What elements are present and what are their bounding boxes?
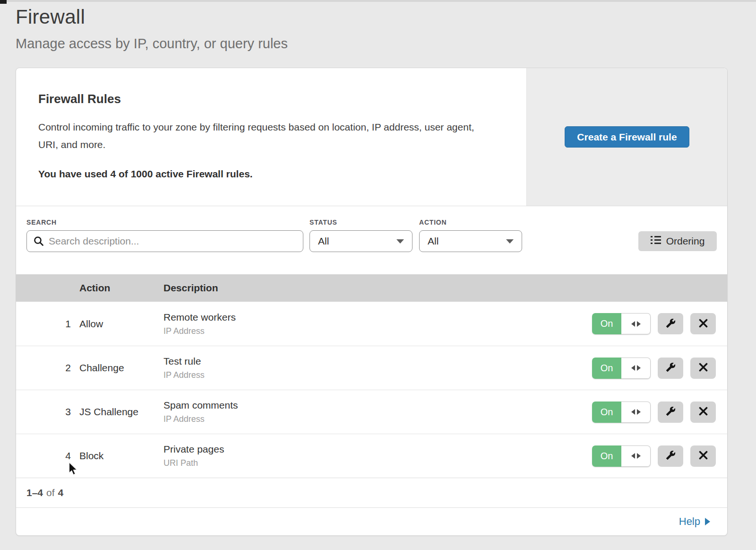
firewall-rules-card: Firewall Rules Control incoming traffic … xyxy=(16,68,728,536)
rule-priority: 3 xyxy=(16,406,79,418)
rule-enabled-toggle[interactable]: On xyxy=(592,402,651,423)
pagination-total: 4 xyxy=(58,487,64,498)
arrow-right-icon xyxy=(637,321,641,327)
rule-description: Test rule xyxy=(163,356,576,367)
toggle-on-label: On xyxy=(592,402,621,423)
rule-description: Private pages xyxy=(163,444,576,455)
rule-enabled-toggle[interactable]: On xyxy=(592,313,651,334)
rule-priority: 2 xyxy=(16,362,79,374)
rule-controls: On xyxy=(576,313,727,334)
rule-enabled-toggle[interactable]: On xyxy=(592,358,651,379)
help-arrow-icon xyxy=(705,518,710,525)
pagination-of: of xyxy=(46,487,55,498)
table-row: 3 JS Challenge Spam comments IP Address … xyxy=(16,390,727,434)
rule-match-type: IP Address xyxy=(163,370,576,380)
rule-action: Challenge xyxy=(79,362,163,374)
edit-rule-button[interactable] xyxy=(658,313,683,334)
arrow-left-icon xyxy=(631,409,635,415)
toggle-on-label: On xyxy=(592,445,621,467)
toggle-handle[interactable] xyxy=(621,402,651,423)
rule-priority: 4 xyxy=(16,450,79,462)
delete-rule-button[interactable] xyxy=(690,313,716,334)
ordering-button[interactable]: Ordering xyxy=(638,231,717,251)
wrench-icon xyxy=(666,406,676,418)
page-subtitle: Manage access by IP, country, or query r… xyxy=(16,36,756,52)
arrow-right-icon xyxy=(637,365,641,371)
edit-rule-button[interactable] xyxy=(658,445,683,467)
wrench-icon xyxy=(666,318,676,330)
status-filter-field: STATUS All xyxy=(309,218,412,252)
close-icon xyxy=(699,407,708,417)
toggle-handle[interactable] xyxy=(621,313,651,334)
chevron-down-icon xyxy=(506,239,514,244)
action-column-header: Action xyxy=(79,282,163,294)
arrow-right-icon xyxy=(637,409,641,415)
hero-aside-panel: Create a Firewall rule xyxy=(526,68,727,206)
arrow-right-icon xyxy=(637,453,641,459)
rule-action: Allow xyxy=(79,318,163,330)
search-icon xyxy=(34,236,44,246)
action-selected-value: All xyxy=(428,236,438,247)
arrow-left-icon xyxy=(631,365,635,371)
ordering-button-label: Ordering xyxy=(666,236,705,247)
pagination-bar: 1–4 of 4 xyxy=(16,478,727,507)
status-selected-value: All xyxy=(318,236,329,247)
create-firewall-rule-button[interactable]: Create a Firewall rule xyxy=(565,126,689,148)
rule-description-cell: Private pages URI Path xyxy=(163,444,576,468)
help-link[interactable]: Help xyxy=(679,515,710,528)
rule-description: Remote workers xyxy=(163,312,576,323)
chevron-down-icon xyxy=(396,239,404,244)
arrow-left-icon xyxy=(631,321,635,327)
wrench-icon xyxy=(666,362,676,374)
table-row: 1 Allow Remote workers IP Address On xyxy=(16,302,727,346)
filters-bar: SEARCH STATUS All ACTION All xyxy=(16,206,727,274)
toggle-on-label: On xyxy=(592,358,621,379)
toggle-handle[interactable] xyxy=(621,358,651,379)
rule-description: Spam comments xyxy=(163,400,576,411)
rule-action: Block xyxy=(79,450,163,462)
hero-title: Firewall Rules xyxy=(38,92,498,106)
edit-rule-button[interactable] xyxy=(658,358,683,379)
edit-rule-button[interactable] xyxy=(658,402,683,423)
help-bar: Help xyxy=(16,507,727,535)
action-filter-field: ACTION All xyxy=(419,218,522,252)
close-icon xyxy=(699,451,708,461)
list-ordering-icon xyxy=(651,236,661,247)
status-select[interactable]: All xyxy=(309,230,412,252)
search-label: SEARCH xyxy=(26,218,303,226)
toggle-on-label: On xyxy=(592,313,621,334)
delete-rule-button[interactable] xyxy=(690,402,716,423)
rule-description-cell: Spam comments IP Address xyxy=(163,400,576,424)
description-column-header: Description xyxy=(163,282,576,294)
action-select[interactable]: All xyxy=(419,230,522,252)
rule-priority: 1 xyxy=(16,318,79,330)
action-label: ACTION xyxy=(419,218,522,226)
rules-usage-text: You have used 4 of 1000 active Firewall … xyxy=(38,168,498,180)
delete-rule-button[interactable] xyxy=(690,445,716,467)
window-corner-artifact xyxy=(0,0,7,4)
rule-match-type: IP Address xyxy=(163,326,576,336)
rule-match-type: IP Address xyxy=(163,414,576,424)
status-label: STATUS xyxy=(309,218,412,226)
table-header-row: Action Description xyxy=(16,274,727,302)
search-field: SEARCH xyxy=(26,218,303,252)
page-title: Firewall xyxy=(16,6,756,28)
toggle-handle[interactable] xyxy=(621,445,651,467)
table-row: 4 Block Private pages URI Path On xyxy=(16,434,727,478)
hero-description: Control incoming traffic to your zone by… xyxy=(38,118,487,153)
close-icon xyxy=(699,363,708,373)
table-row: 2 Challenge Test rule IP Address On xyxy=(16,346,727,390)
window-top-edge xyxy=(0,0,756,2)
wrench-icon xyxy=(666,450,676,462)
rule-action: JS Challenge xyxy=(79,406,163,418)
pagination-range: 1–4 xyxy=(26,487,43,498)
delete-rule-button[interactable] xyxy=(690,358,716,379)
page-header: Firewall Manage access by IP, country, o… xyxy=(0,0,756,52)
hero-text-block: Firewall Rules Control incoming traffic … xyxy=(16,68,526,206)
rule-controls: On xyxy=(576,358,727,379)
rule-controls: On xyxy=(576,445,727,467)
search-input[interactable] xyxy=(26,230,303,252)
rule-controls: On xyxy=(576,402,727,423)
rule-enabled-toggle[interactable]: On xyxy=(592,445,651,467)
rule-match-type: URI Path xyxy=(163,458,576,468)
